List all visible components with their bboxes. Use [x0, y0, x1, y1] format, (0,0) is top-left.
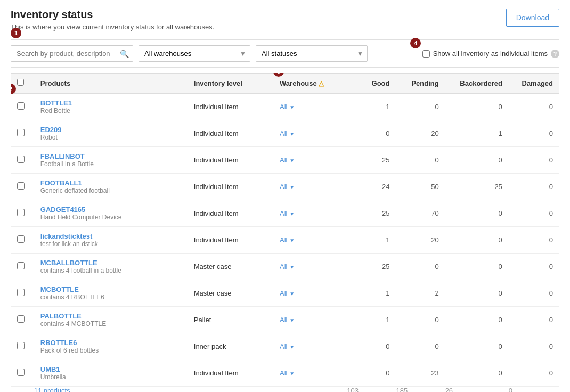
backordered-value: 0: [445, 200, 509, 227]
warehouse-value[interactable]: All: [280, 263, 287, 271]
total-pending: 185: [396, 387, 445, 393]
backordered-value: 0: [445, 227, 509, 254]
good-value: 0: [347, 360, 396, 387]
warehouse-cell-arrow: ▼: [289, 104, 295, 110]
product-desc: Hand Held Computer Device: [40, 214, 181, 221]
damaged-value: 0: [509, 254, 559, 280]
pending-value: 0: [396, 307, 445, 333]
row-checkbox[interactable]: [17, 209, 25, 216]
row-checkbox[interactable]: [17, 129, 25, 136]
download-button[interactable]: Download: [506, 9, 559, 27]
warehouse-cell-arrow: ▼: [289, 291, 295, 297]
warehouse-cell-arrow: ▼: [289, 131, 295, 137]
product-name[interactable]: MCBALLBOTTLE: [40, 259, 181, 267]
inventory-level: Master case: [188, 280, 273, 307]
row-checkbox[interactable]: [17, 369, 25, 376]
warehouse-cell-arrow: ▼: [289, 211, 295, 217]
inventory-level: Individual Item: [188, 174, 273, 200]
show-individual-label: Show all inventory as individual items: [433, 50, 548, 58]
product-name[interactable]: lickandsticktest: [40, 232, 181, 240]
damaged-value: 0: [509, 227, 559, 254]
product-name[interactable]: FOOTBALL1: [40, 179, 181, 187]
warehouse-value[interactable]: All: [280, 156, 287, 164]
col-pending: Pending: [396, 74, 445, 94]
damaged-value: 0: [509, 333, 559, 360]
backordered-value: 25: [445, 174, 509, 200]
warehouse-cell: All ▼: [273, 227, 347, 254]
warehouse-cell: All ▼: [273, 360, 347, 387]
product-name[interactable]: PALBOTTLE: [40, 312, 181, 320]
warehouse-cell: All ▼: [273, 93, 347, 120]
product-desc: Generic deflated football: [40, 187, 181, 194]
row-checkbox[interactable]: [17, 182, 25, 190]
inventory-level: Individual Item: [188, 227, 273, 254]
row-checkbox[interactable]: [17, 156, 25, 163]
product-count: 11 products: [34, 387, 188, 393]
col-inventory-level: Inventory level: [188, 74, 273, 94]
total-damaged: 0: [509, 387, 559, 393]
warehouse-cell-arrow: ▼: [289, 158, 295, 164]
row-checkbox[interactable]: [17, 235, 25, 243]
badge-1: 1: [11, 28, 21, 38]
pending-value: 70: [396, 200, 445, 227]
product-name[interactable]: ED209: [40, 126, 181, 134]
row-checkbox[interactable]: [17, 102, 25, 110]
good-value: 1: [347, 93, 396, 120]
help-icon[interactable]: ?: [551, 50, 559, 58]
badge-4: 4: [410, 38, 421, 48]
search-input[interactable]: [11, 45, 133, 62]
inventory-level: Inner pack: [188, 333, 273, 360]
select-all-checkbox[interactable]: [17, 79, 24, 86]
total-good: 103: [347, 387, 396, 393]
col-products: Products: [34, 74, 188, 94]
product-name[interactable]: UMB1: [40, 365, 181, 373]
warehouse-value[interactable]: All: [280, 209, 287, 217]
col-warehouse: Warehouse 3 △: [273, 74, 347, 94]
row-checkbox[interactable]: [17, 262, 25, 270]
product-name[interactable]: FBALLINBOT: [40, 152, 181, 160]
warehouse-value[interactable]: All: [280, 129, 287, 137]
product-name[interactable]: RBOTTLE6: [40, 339, 181, 347]
table-row: FBALLINBOT Football In a Bottle Individu…: [11, 147, 559, 174]
warehouse-cell: All ▼: [273, 280, 347, 307]
inventory-level: Individual Item: [188, 93, 273, 120]
warehouse-cell: All ▼: [273, 174, 347, 200]
status-select[interactable]: All statuses Good Pending Backordered Da…: [256, 45, 368, 62]
warehouse-value[interactable]: All: [280, 183, 287, 191]
total-backordered: 26: [445, 387, 509, 393]
table-row: BOTTLE1 Red Bottle Individual Item All ▼…: [11, 93, 559, 120]
product-desc: contains 4 RBOTTLE6: [40, 293, 181, 301]
warehouse-value[interactable]: All: [280, 289, 287, 297]
row-checkbox[interactable]: [17, 289, 25, 296]
row-checkbox[interactable]: [17, 315, 25, 323]
pending-value: 20: [396, 120, 445, 147]
product-desc: contains 4 football in a bottle: [40, 267, 181, 274]
product-name[interactable]: BOTTLE1: [40, 99, 181, 107]
product-desc: contains 4 MCBOTTLE: [40, 320, 181, 328]
show-individual-checkbox[interactable]: [422, 50, 430, 58]
pending-value: 0: [396, 254, 445, 280]
product-desc: Football In a Bottle: [40, 160, 181, 168]
pending-value: 50: [396, 174, 445, 200]
warehouse-select[interactable]: All warehouses Warehouse 1 Warehouse 2: [139, 45, 250, 62]
warehouse-cell: All ▼: [273, 254, 347, 280]
warehouse-value[interactable]: All: [280, 236, 287, 244]
warehouse-cell: All ▼: [273, 333, 347, 360]
good-value: 25: [347, 200, 396, 227]
product-name[interactable]: MCBOTTLE: [40, 285, 181, 293]
product-name[interactable]: GADGET4165: [40, 206, 181, 214]
good-value: 25: [347, 147, 396, 174]
warehouse-value[interactable]: All: [280, 342, 287, 350]
damaged-value: 0: [509, 307, 559, 333]
good-value: 25: [347, 254, 396, 280]
warehouse-value[interactable]: All: [280, 316, 287, 324]
warehouse-value[interactable]: All: [280, 103, 287, 111]
row-checkbox[interactable]: [17, 342, 25, 349]
damaged-value: 0: [509, 280, 559, 307]
warehouse-cell-arrow: ▼: [289, 344, 295, 350]
table-row: ED209 Robot Individual Item All ▼ 0 20 1…: [11, 120, 559, 147]
warehouse-value[interactable]: All: [280, 369, 287, 377]
status-select-wrapper: All statuses Good Pending Backordered Da…: [256, 45, 368, 62]
table-row: GADGET4165 Hand Held Computer Device Ind…: [11, 200, 559, 227]
inventory-level: Individual Item: [188, 360, 273, 387]
